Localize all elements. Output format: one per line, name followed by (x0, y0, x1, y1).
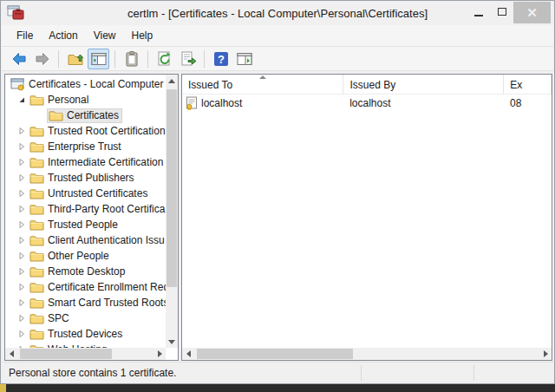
tree-item-label: SPC (47, 312, 69, 324)
scrollbar-thumb[interactable] (197, 349, 353, 359)
certificate-row-localhost[interactable]: localhostlocalhost08 (182, 95, 552, 111)
help-button[interactable]: ? (210, 49, 232, 69)
tree-item-trusted-root-certification[interactable]: Trusted Root Certification (5, 123, 166, 139)
menu-file[interactable]: File (9, 26, 41, 45)
collapsed-expander-icon[interactable] (16, 281, 28, 293)
folder-icon (29, 312, 44, 325)
paste-button[interactable] (121, 49, 142, 69)
show-console-tree-icon (90, 50, 108, 68)
scroll-right-arrow-icon[interactable] (153, 348, 166, 360)
tree-item-web-hosting[interactable]: Web Hosting (5, 342, 166, 348)
forward-button[interactable] (31, 49, 53, 69)
collapsed-expander-icon[interactable] (16, 219, 28, 231)
list-body: localhostlocalhost08 (182, 95, 552, 348)
collapsed-expander-icon[interactable] (16, 140, 28, 153)
collapsed-expander-icon[interactable] (16, 234, 28, 246)
tree-item-label: Certificates (66, 109, 119, 121)
collapsed-expander-icon[interactable] (16, 297, 28, 309)
maximize-button[interactable] (490, 2, 513, 22)
up-one-level-icon (67, 50, 84, 68)
tree-item-intermediate-certification[interactable]: Intermediate Certification (5, 154, 166, 170)
column-header-issued-to[interactable]: Issued To (182, 75, 343, 95)
tree-item-client-authentication-issu[interactable]: Client Authentication Issu (5, 232, 166, 248)
tree-horizontal-scrollbar[interactable] (5, 348, 166, 360)
column-header-label: Issued By (349, 79, 395, 91)
expander-spacer (35, 109, 47, 121)
cell-text: localhost (349, 97, 390, 109)
toolbar-separator (58, 50, 59, 68)
collapsed-expander-icon[interactable] (16, 328, 28, 340)
statusbar-divider (473, 365, 474, 381)
toolbar: ? (2, 47, 553, 71)
close-icon: ✕ (526, 5, 538, 21)
collapsed-expander-icon[interactable] (16, 172, 28, 184)
menu-view[interactable]: View (86, 26, 124, 45)
collapsed-expander-icon[interactable] (16, 125, 28, 137)
tree-item-trusted-people[interactable]: Trusted People (5, 217, 166, 232)
tree-vertical-scrollbar[interactable] (166, 75, 178, 348)
folder-icon (29, 172, 44, 185)
scrollbar-thumb[interactable] (20, 349, 112, 359)
tree-item-remote-desktop[interactable]: Remote Desktop (5, 264, 166, 279)
tree-item-enterprise-trust[interactable]: Enterprise Trust (5, 139, 166, 154)
tree-item-label: Certificate Enrollment Req (47, 281, 166, 293)
scroll-left-arrow-icon[interactable] (5, 348, 17, 360)
tree-item-third-party-root-certifica[interactable]: Third-Party Root Certifica (5, 201, 166, 217)
refresh-button[interactable] (153, 49, 175, 69)
tree-item-trusted-publishers[interactable]: Trusted Publishers (5, 170, 166, 186)
up-one-level-button[interactable] (64, 49, 86, 69)
back-button[interactable] (8, 49, 29, 69)
scroll-up-arrow-icon[interactable] (166, 75, 178, 87)
list-horizontal-scrollbar[interactable] (182, 348, 552, 360)
tree-item-label: Remote Desktop (47, 265, 125, 278)
list-header: Issued ToIssued ByEx (182, 75, 552, 95)
minimize-button[interactable] (467, 2, 490, 22)
help-icon: ? (212, 50, 230, 68)
maximize-icon (498, 8, 506, 16)
tree-item-label: Trusted Publishers (47, 172, 134, 184)
tree-item-other-people[interactable]: Other People (5, 248, 166, 264)
folder-icon (29, 156, 44, 169)
collapsed-expander-icon[interactable] (16, 187, 28, 199)
titlebar: certlm - [Certificates - Local Computer\… (1, 1, 554, 25)
tree-item-untrusted-certificates[interactable]: Untrusted Certificates (5, 186, 166, 201)
tree-item-trusted-devices[interactable]: Trusted Devices (5, 326, 166, 342)
tree-item-label: Untrusted Certificates (47, 187, 147, 199)
scrollbar-thumb[interactable] (166, 89, 177, 287)
scroll-down-arrow-icon[interactable] (166, 336, 178, 348)
tree-item-certificates[interactable]: Certificates (5, 108, 166, 123)
menu-action[interactable]: Action (41, 26, 85, 45)
column-header-ex[interactable]: Ex (504, 75, 552, 95)
cell-text: localhost (201, 97, 242, 109)
scroll-right-arrow-icon[interactable] (539, 348, 552, 360)
back-icon (10, 50, 28, 68)
tree-item-certificate-enrollment-req[interactable]: Certificate Enrollment Req (5, 279, 166, 295)
folder-icon (29, 281, 44, 294)
collapsed-expander-icon[interactable] (16, 203, 28, 215)
collapsed-expander-icon[interactable] (16, 265, 28, 278)
collapsed-expander-icon[interactable] (16, 250, 28, 262)
collapsed-expander-icon[interactable] (16, 156, 28, 168)
tree-item-smart-card-trusted-roots[interactable]: Smart Card Trusted Roots (5, 295, 166, 310)
show-action-pane-button[interactable] (233, 49, 255, 69)
expanded-expander-icon[interactable] (16, 94, 28, 106)
tree-item-label: Trusted People (47, 219, 118, 231)
scroll-left-arrow-icon[interactable] (182, 348, 194, 360)
export-list-button[interactable] (177, 49, 199, 69)
minimize-icon (474, 15, 483, 16)
paste-icon (123, 50, 140, 68)
menu-help[interactable]: Help (124, 26, 161, 45)
folder-icon (29, 234, 44, 247)
tree-item-spc[interactable]: SPC (5, 310, 166, 326)
folder-icon (29, 328, 44, 341)
collapsed-expander-icon[interactable] (16, 312, 28, 324)
caption-buttons: ✕ (467, 2, 551, 23)
tree-item-certificates-local-computer[interactable]: Certificates - Local Computer (5, 76, 166, 92)
tree-item-label: Personal (47, 94, 88, 106)
tree-item-personal[interactable]: Personal (5, 92, 166, 108)
folder-icon (49, 109, 63, 122)
close-button[interactable]: ✕ (513, 2, 551, 23)
column-header-issued-by[interactable]: Issued By (343, 75, 504, 95)
show-console-tree-button[interactable] (88, 49, 109, 69)
tree-item-label: Trusted Devices (47, 328, 122, 340)
